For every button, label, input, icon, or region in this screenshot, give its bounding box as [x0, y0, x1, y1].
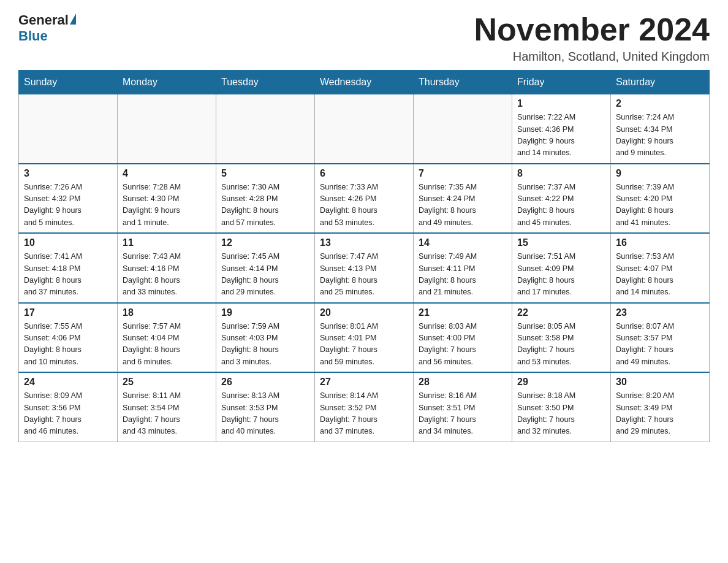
title-block: November 2024 Hamilton, Scotland, United… [474, 12, 710, 64]
day-number: 21 [419, 307, 507, 318]
calendar-cell: 1Sunrise: 7:22 AMSunset: 4:36 PMDaylight… [512, 94, 611, 164]
day-number: 27 [320, 377, 408, 388]
weekday-header-monday: Monday [118, 71, 216, 94]
sun-info: Sunrise: 8:07 AMSunset: 3:57 PMDaylight:… [616, 321, 704, 369]
sun-info: Sunrise: 8:13 AMSunset: 3:53 PMDaylight:… [221, 390, 309, 438]
day-number: 7 [419, 168, 507, 179]
day-number: 20 [320, 307, 408, 318]
day-number: 1 [517, 98, 605, 109]
calendar-cell: 9Sunrise: 7:39 AMSunset: 4:20 PMDaylight… [611, 164, 710, 234]
day-number: 17 [24, 307, 112, 318]
day-number: 9 [616, 168, 704, 179]
sun-info: Sunrise: 7:47 AMSunset: 4:13 PMDaylight:… [320, 251, 408, 299]
sun-info: Sunrise: 7:33 AMSunset: 4:26 PMDaylight:… [320, 182, 408, 229]
day-number: 29 [517, 377, 605, 388]
calendar-cell [414, 94, 512, 164]
sun-info: Sunrise: 7:59 AMSunset: 4:03 PMDaylight:… [221, 321, 309, 369]
day-number: 19 [221, 307, 309, 318]
calendar-cell: 17Sunrise: 7:55 AMSunset: 4:06 PMDayligh… [19, 303, 118, 373]
sun-info: Sunrise: 7:51 AMSunset: 4:09 PMDaylight:… [517, 251, 605, 299]
calendar-week-row: 10Sunrise: 7:41 AMSunset: 4:18 PMDayligh… [19, 233, 710, 303]
day-number: 26 [221, 377, 309, 388]
logo-general-text: General [18, 12, 69, 28]
calendar-cell: 5Sunrise: 7:30 AMSunset: 4:28 PMDaylight… [216, 164, 315, 234]
sun-info: Sunrise: 7:37 AMSunset: 4:22 PMDaylight:… [517, 182, 605, 229]
day-number: 24 [24, 377, 112, 388]
day-number: 11 [123, 237, 211, 248]
calendar-cell: 4Sunrise: 7:28 AMSunset: 4:30 PMDaylight… [118, 164, 216, 234]
day-number: 6 [320, 168, 408, 179]
day-number: 15 [517, 237, 605, 248]
calendar-cell: 8Sunrise: 7:37 AMSunset: 4:22 PMDaylight… [512, 164, 611, 234]
sun-info: Sunrise: 8:14 AMSunset: 3:52 PMDaylight:… [320, 390, 408, 438]
page-header: General Blue November 2024 Hamilton, Sco… [18, 12, 710, 64]
sun-info: Sunrise: 7:39 AMSunset: 4:20 PMDaylight:… [616, 182, 704, 229]
weekday-header-thursday: Thursday [414, 71, 512, 94]
calendar-cell: 24Sunrise: 8:09 AMSunset: 3:56 PMDayligh… [19, 372, 118, 442]
sun-info: Sunrise: 8:18 AMSunset: 3:50 PMDaylight:… [517, 390, 605, 438]
calendar-week-row: 24Sunrise: 8:09 AMSunset: 3:56 PMDayligh… [19, 372, 710, 442]
weekday-header-sunday: Sunday [19, 71, 118, 94]
calendar-cell [19, 94, 118, 164]
day-number: 28 [419, 377, 507, 388]
calendar-cell [216, 94, 315, 164]
calendar-cell [118, 94, 216, 164]
day-number: 16 [616, 237, 704, 248]
sun-info: Sunrise: 8:09 AMSunset: 3:56 PMDaylight:… [24, 390, 112, 438]
sun-info: Sunrise: 8:16 AMSunset: 3:51 PMDaylight:… [419, 390, 507, 438]
calendar-cell: 18Sunrise: 7:57 AMSunset: 4:04 PMDayligh… [118, 303, 216, 373]
calendar-cell: 2Sunrise: 7:24 AMSunset: 4:34 PMDaylight… [611, 94, 710, 164]
sun-info: Sunrise: 8:05 AMSunset: 3:58 PMDaylight:… [517, 321, 605, 369]
day-number: 12 [221, 237, 309, 248]
sun-info: Sunrise: 8:01 AMSunset: 4:01 PMDaylight:… [320, 321, 408, 369]
sun-info: Sunrise: 7:45 AMSunset: 4:14 PMDaylight:… [221, 251, 309, 299]
sun-info: Sunrise: 7:53 AMSunset: 4:07 PMDaylight:… [616, 251, 704, 299]
weekday-header-friday: Friday [512, 71, 611, 94]
sun-info: Sunrise: 8:20 AMSunset: 3:49 PMDaylight:… [616, 390, 704, 438]
calendar-cell: 16Sunrise: 7:53 AMSunset: 4:07 PMDayligh… [611, 233, 710, 303]
day-number: 4 [123, 168, 211, 179]
calendar-cell: 11Sunrise: 7:43 AMSunset: 4:16 PMDayligh… [118, 233, 216, 303]
calendar-cell: 12Sunrise: 7:45 AMSunset: 4:14 PMDayligh… [216, 233, 315, 303]
day-number: 23 [616, 307, 704, 318]
calendar-cell: 22Sunrise: 8:05 AMSunset: 3:58 PMDayligh… [512, 303, 611, 373]
location-subtitle: Hamilton, Scotland, United Kingdom [474, 50, 710, 64]
logo-blue-text: Blue [18, 28, 48, 44]
sun-info: Sunrise: 8:03 AMSunset: 4:00 PMDaylight:… [419, 321, 507, 369]
day-number: 25 [123, 377, 211, 388]
calendar-cell: 6Sunrise: 7:33 AMSunset: 4:26 PMDaylight… [315, 164, 414, 234]
calendar-cell: 26Sunrise: 8:13 AMSunset: 3:53 PMDayligh… [216, 372, 315, 442]
calendar-cell: 28Sunrise: 8:16 AMSunset: 3:51 PMDayligh… [414, 372, 512, 442]
sun-info: Sunrise: 7:41 AMSunset: 4:18 PMDaylight:… [24, 251, 112, 299]
weekday-header-wednesday: Wednesday [315, 71, 414, 94]
sun-info: Sunrise: 7:35 AMSunset: 4:24 PMDaylight:… [419, 182, 507, 229]
calendar-week-row: 1Sunrise: 7:22 AMSunset: 4:36 PMDaylight… [19, 94, 710, 164]
day-number: 14 [419, 237, 507, 248]
calendar-cell: 25Sunrise: 8:11 AMSunset: 3:54 PMDayligh… [118, 372, 216, 442]
day-number: 5 [221, 168, 309, 179]
sun-info: Sunrise: 7:22 AMSunset: 4:36 PMDaylight:… [517, 112, 605, 159]
calendar-cell: 23Sunrise: 8:07 AMSunset: 3:57 PMDayligh… [611, 303, 710, 373]
logo: General Blue [18, 12, 76, 44]
calendar-cell: 20Sunrise: 8:01 AMSunset: 4:01 PMDayligh… [315, 303, 414, 373]
calendar-cell: 10Sunrise: 7:41 AMSunset: 4:18 PMDayligh… [19, 233, 118, 303]
sun-info: Sunrise: 7:28 AMSunset: 4:30 PMDaylight:… [123, 182, 211, 229]
day-number: 10 [24, 237, 112, 248]
day-number: 30 [616, 377, 704, 388]
sun-info: Sunrise: 7:43 AMSunset: 4:16 PMDaylight:… [123, 251, 211, 299]
month-title: November 2024 [474, 12, 710, 47]
weekday-header-row: SundayMondayTuesdayWednesdayThursdayFrid… [19, 71, 710, 94]
calendar-cell: 19Sunrise: 7:59 AMSunset: 4:03 PMDayligh… [216, 303, 315, 373]
calendar-week-row: 3Sunrise: 7:26 AMSunset: 4:32 PMDaylight… [19, 164, 710, 234]
day-number: 22 [517, 307, 605, 318]
calendar-cell: 29Sunrise: 8:18 AMSunset: 3:50 PMDayligh… [512, 372, 611, 442]
sun-info: Sunrise: 7:49 AMSunset: 4:11 PMDaylight:… [419, 251, 507, 299]
calendar-cell: 15Sunrise: 7:51 AMSunset: 4:09 PMDayligh… [512, 233, 611, 303]
day-number: 8 [517, 168, 605, 179]
sun-info: Sunrise: 7:57 AMSunset: 4:04 PMDaylight:… [123, 321, 211, 369]
weekday-header-tuesday: Tuesday [216, 71, 315, 94]
sun-info: Sunrise: 7:55 AMSunset: 4:06 PMDaylight:… [24, 321, 112, 369]
day-number: 13 [320, 237, 408, 248]
day-number: 3 [24, 168, 112, 179]
calendar-cell [315, 94, 414, 164]
